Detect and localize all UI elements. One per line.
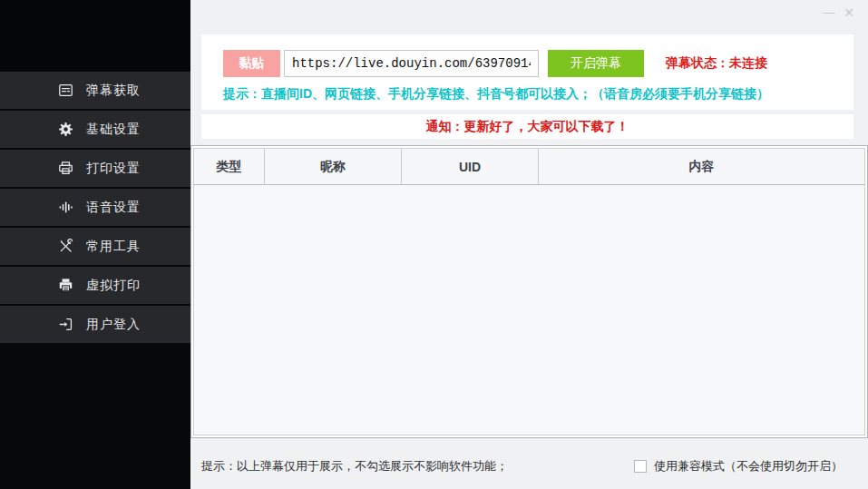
table-header-uid: UID <box>402 149 539 184</box>
table-body-empty[interactable] <box>194 185 864 435</box>
close-button[interactable]: ✕ <box>839 3 859 23</box>
sidebar-item-print-settings[interactable]: 打印设置 <box>0 150 190 187</box>
table-header-row: 类型 昵称 UID 内容 <box>194 149 864 185</box>
sidebar-item-label: 弹幕获取 <box>86 83 141 99</box>
footer-hint-text: 提示：以上弹幕仅用于展示，不勾选展示不影响软件功能； <box>201 458 508 474</box>
live-url-input[interactable] <box>284 50 539 77</box>
compat-mode-label: 使用兼容模式（不会使用切勿开启） <box>654 458 843 474</box>
sidebar-item-label: 用户登入 <box>86 317 141 333</box>
minimize-button[interactable]: — <box>819 3 839 23</box>
virtual-printer-icon <box>57 277 74 294</box>
compat-mode-checkbox[interactable] <box>634 460 647 473</box>
sidebar-item-label: 语音设置 <box>86 200 141 216</box>
table-header-nickname: 昵称 <box>265 149 402 184</box>
main-area: — ✕ 黏贴 开启弹幕 弹幕状态：未连接 提示：直播间ID、网页链接、手机分享链… <box>190 0 868 489</box>
titlebar[interactable]: — ✕ <box>190 0 868 25</box>
gear-icon <box>57 121 74 138</box>
notice-bar: 通知：更新好了，大家可以下载了！ <box>201 114 853 139</box>
table-header-type: 类型 <box>194 149 265 184</box>
sidebar-item-label: 常用工具 <box>86 239 141 255</box>
sidebar-item-common-tools[interactable]: 常用工具 <box>0 228 190 265</box>
compat-mode-toggle[interactable]: 使用兼容模式（不会使用切勿开启） <box>634 458 843 474</box>
sidebar-item-virtual-print[interactable]: 虚拟打印 <box>0 267 190 304</box>
sidebar-item-label: 基础设置 <box>86 122 141 138</box>
sidebar-item-danmu-capture[interactable]: 弹幕获取 <box>0 72 190 109</box>
paste-button[interactable]: 黏贴 <box>223 50 280 77</box>
table-header-content: 内容 <box>539 149 864 184</box>
printer-icon <box>57 160 74 177</box>
tools-icon <box>57 238 74 255</box>
danmu-status-text: 弹幕状态：未连接 <box>666 55 767 72</box>
app-window: 弹幕获取 基础设置 打印设置 语音设置 <box>0 0 868 489</box>
footer: 提示：以上弹幕仅用于展示，不勾选展示不影响软件功能； 使用兼容模式（不会使用切勿… <box>190 458 868 474</box>
start-danmu-button[interactable]: 开启弹幕 <box>548 50 644 77</box>
sidebar: 弹幕获取 基础设置 打印设置 语音设置 <box>0 0 190 489</box>
connect-panel: 黏贴 开启弹幕 弹幕状态：未连接 提示：直播间ID、网页链接、手机分享链接、抖音… <box>201 34 853 110</box>
sidebar-nav: 弹幕获取 基础设置 打印设置 语音设置 <box>0 72 190 343</box>
sidebar-item-voice-settings[interactable]: 语音设置 <box>0 189 190 226</box>
connect-hint-text: 提示：直播间ID、网页链接、手机分享链接、抖音号都可以接入；（语音房必须要手机分… <box>223 86 853 103</box>
voice-wave-icon <box>57 199 74 216</box>
danmu-table-inner: 类型 昵称 UID 内容 <box>193 148 865 435</box>
danmu-table: 类型 昵称 UID 内容 <box>190 145 868 438</box>
danmu-list-icon <box>57 82 74 99</box>
sidebar-item-label: 虚拟打印 <box>86 278 141 294</box>
login-icon <box>57 316 74 333</box>
sidebar-logo-area <box>0 0 190 72</box>
sidebar-item-label: 打印设置 <box>86 161 141 177</box>
sidebar-item-basic-settings[interactable]: 基础设置 <box>0 111 190 148</box>
sidebar-item-user-login[interactable]: 用户登入 <box>0 306 190 343</box>
